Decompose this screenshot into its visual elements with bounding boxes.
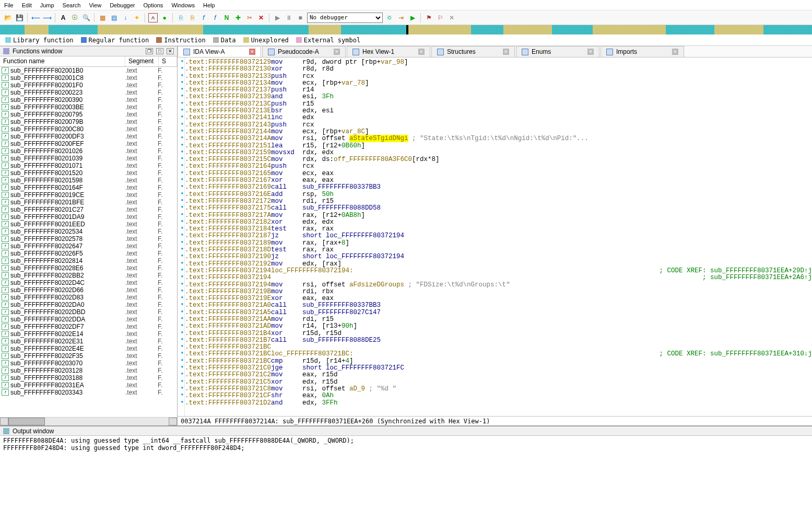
- function-row[interactable]: fsub_FFFFFFFF80202E14.textF.: [0, 330, 177, 338]
- asm-line[interactable]: ●.text:FFFFFFFF803721C5 xor edx, r15d: [178, 378, 812, 385]
- col-s[interactable]: S: [159, 56, 177, 66]
- asm-line[interactable]: ●.text:FFFFFFFF80372129 mov r9d, dword p…: [178, 59, 812, 65]
- text-icon[interactable]: A: [58, 13, 68, 22]
- function-row[interactable]: fsub_FFFFFFFF80200390.textF.: [0, 96, 177, 103]
- function-row[interactable]: fsub_FFFFFFFF80202534.textF.: [0, 228, 177, 235]
- asm-line[interactable]: ●.text:FFFFFFFF803721C8 mov rsi, offset …: [178, 385, 812, 392]
- asm-line[interactable]: ●.text:FFFFFFFF8037214A mov rsi, offset …: [178, 135, 812, 142]
- asm-line[interactable]: ●.text:FFFFFFFF80372151 lea r15, [r12+0B…: [178, 142, 812, 149]
- asm-line[interactable]: ●.text:FFFFFFFF803721BC: [178, 343, 812, 350]
- hex-icon[interactable]: A: [148, 13, 158, 22]
- function-row[interactable]: fsub_FFFFFFFF80202DDA.textF.: [0, 316, 177, 323]
- function-row[interactable]: fsub_FFFFFFFF80202DBD.textF.: [0, 308, 177, 316]
- asm-line[interactable]: ●.text:FFFFFFFF80372190 jz short loc_FFF…: [178, 253, 812, 260]
- functions-table[interactable]: Function name Segment S fsub_FFFFFFFF802…: [0, 56, 177, 417]
- col-function-name[interactable]: Function name: [0, 56, 125, 66]
- asm-line[interactable]: ●.text:FFFFFFFF80372172 mov rdi, r15: [178, 198, 812, 204]
- asm-line[interactable]: ●.text:FFFFFFFF803721BC loc_FFFFFFFF8037…: [178, 350, 812, 357]
- asm-line[interactable]: ●.text:FFFFFFFF80372175 call sub_FFFFFFF…: [178, 204, 812, 211]
- function-row[interactable]: fsub_FFFFFFFF80201026.textF.: [0, 147, 177, 155]
- function-row[interactable]: fsub_FFFFFFFF802031EA.textF.: [0, 382, 177, 389]
- asm-line[interactable]: ●.text:FFFFFFFF8037219B mov rdi, rbx: [178, 288, 812, 295]
- tool2-icon[interactable]: ⚐: [436, 13, 445, 22]
- tab-structures[interactable]: Structures✕: [431, 46, 515, 57]
- asm-line[interactable]: ●.text:FFFFFFFF8037213E bsr edx, esi: [178, 107, 812, 114]
- dbg-step-icon[interactable]: ⇥: [396, 13, 406, 22]
- function-row[interactable]: fsub_FFFFFFFF80201039.textF.: [0, 155, 177, 162]
- binary-icon[interactable]: ⦿: [70, 13, 79, 22]
- menu-edit[interactable]: Edit: [22, 2, 32, 8]
- asm-line[interactable]: ●.text:FFFFFFFF803721BC cmp r15d, [r14+4…: [178, 357, 812, 364]
- stop-icon[interactable]: ■: [296, 13, 305, 22]
- function-row[interactable]: fsub_FFFFFFFF80202647.textF.: [0, 243, 177, 250]
- asm-line[interactable]: ●.text:FFFFFFFF80372194; sub_FFFFFFFF803…: [178, 274, 812, 281]
- scroll-thumb[interactable]: [8, 418, 45, 425]
- function-row[interactable]: fsub_FFFFFFFF80201071.textF.: [0, 162, 177, 169]
- down-icon[interactable]: ↓: [121, 13, 130, 22]
- function-row[interactable]: fsub_FFFFFFFF80202BB2.textF.: [0, 272, 177, 279]
- asm-line[interactable]: ●.text:FFFFFFFF80372194 mov rsi, offset …: [178, 281, 812, 288]
- menu-options[interactable]: Options: [143, 2, 163, 8]
- asm-line[interactable]: ●.text:FFFFFFFF8037213C push r15: [178, 100, 812, 107]
- asm-line[interactable]: ●.text:FFFFFFFF803721C2 mov eax, r15d: [178, 371, 812, 378]
- asm-line[interactable]: ●.text:FFFFFFFF80372182 xor edx, edx: [178, 218, 812, 225]
- dbg-run-icon[interactable]: ▶: [408, 13, 417, 22]
- asm-line[interactable]: ●.text:FFFFFFFF80372134 mov ecx, [rbp+va…: [178, 79, 812, 86]
- menu-file[interactable]: File: [4, 2, 14, 8]
- tab-ida-view-a[interactable]: IDA View-A✕: [178, 46, 261, 57]
- graph-icon[interactable]: ▦: [98, 13, 107, 22]
- function-row[interactable]: fsub_FFFFFFFF80203188.textF.: [0, 374, 177, 382]
- pane-close-button[interactable]: ✕: [167, 48, 174, 54]
- open-icon[interactable]: 📂: [3, 13, 13, 22]
- asm-line[interactable]: ●.text:FFFFFFFF8037216E add rsp, 50h: [178, 191, 812, 198]
- menu-help[interactable]: Help: [203, 2, 215, 8]
- scroll-left-icon[interactable]: [0, 418, 8, 425]
- code-orange-icon[interactable]: ⎘: [187, 13, 197, 22]
- tab-close-icon[interactable]: ✕: [587, 49, 594, 55]
- pane-restore-button[interactable]: ❐: [146, 48, 153, 54]
- asm-line[interactable]: ●.text:FFFFFFFF80372133 push rcx: [178, 73, 812, 79]
- func-del-icon[interactable]: f: [210, 13, 220, 22]
- code-blue-icon[interactable]: ⎘: [176, 13, 185, 22]
- function-row[interactable]: fsub_FFFFFFFF802001C8.textF.: [0, 74, 177, 82]
- function-row[interactable]: fsub_FFFFFFFF80203070.textF.: [0, 360, 177, 367]
- save-icon[interactable]: 💾: [15, 13, 24, 22]
- function-row[interactable]: fsub_FFFFFFFF80202D83.textF.: [0, 294, 177, 301]
- tab-close-icon[interactable]: ✕: [249, 49, 255, 55]
- function-row[interactable]: fsub_FFFFFFFF802001F0.textF.: [0, 82, 177, 89]
- asm-line[interactable]: ●.text:FFFFFFFF80372144 mov ecx, [rbp+va…: [178, 128, 812, 135]
- tab-hex-view-1[interactable]: Hex View-1✕: [347, 46, 430, 57]
- function-row[interactable]: fsub_FFFFFFFF80202D4C.textF.: [0, 279, 177, 286]
- asm-line[interactable]: ●.text:FFFFFFFF80372184 test rax, rax: [178, 225, 812, 232]
- tool3-icon[interactable]: ✕: [447, 13, 456, 22]
- menu-jump[interactable]: Jump: [40, 2, 54, 8]
- asm-line[interactable]: ●.text:FFFFFFFF80372164 push rcx: [178, 163, 812, 169]
- star-icon[interactable]: ✦: [132, 13, 142, 22]
- function-row[interactable]: fsub_FFFFFFFF80201520.textF.: [0, 169, 177, 177]
- asm-line[interactable]: ●.text:FFFFFFFF803721A0 call sub_FFFFFFF…: [178, 302, 812, 308]
- function-row[interactable]: fsub_FFFFFFFF802026F5.textF.: [0, 250, 177, 257]
- ida-view[interactable]: ●.text:FFFFFFFF80372129 mov r9d, dword p…: [178, 57, 812, 416]
- tool1-icon[interactable]: ⚑: [424, 13, 433, 22]
- asm-line[interactable]: ●.text:FFFFFFFF8037219E xor eax, eax: [178, 295, 812, 302]
- asm-line[interactable]: ●.text:FFFFFFFF80372192 mov edx, [rax]: [178, 260, 812, 267]
- function-row[interactable]: fsub_FFFFFFFF80200223.textF.: [0, 89, 177, 96]
- tab-close-icon[interactable]: ✕: [418, 49, 425, 55]
- asm-line[interactable]: ●.text:FFFFFFFF80372189 mov rax, [rax+8]: [178, 239, 812, 246]
- function-row[interactable]: fsub_FFFFFFFF80201598.textF.: [0, 177, 177, 184]
- function-row[interactable]: fsub_FFFFFFFF802028E6.textF.: [0, 264, 177, 272]
- function-row[interactable]: fsub_FFFFFFFF802001B0.textF.: [0, 67, 177, 74]
- function-row[interactable]: fsub_FFFFFFFF802003BE.textF.: [0, 103, 177, 111]
- asm-line[interactable]: ●.text:FFFFFFFF803721B7 call sub_FFFFFFF…: [178, 337, 812, 343]
- forward-icon[interactable]: ⟶: [42, 13, 52, 22]
- functions-hscroll[interactable]: [0, 417, 177, 425]
- function-row[interactable]: fsub_FFFFFFFF80202E4E.textF.: [0, 345, 177, 352]
- asm-line[interactable]: ●.text:FFFFFFFF80372139 and esi, 3Fh: [178, 93, 812, 100]
- function-row[interactable]: fsub_FFFFFFFF80202578.textF.: [0, 235, 177, 243]
- n-green-icon[interactable]: N: [222, 13, 231, 22]
- asm-line[interactable]: ●.text:FFFFFFFF80372165 mov ecx, eax: [178, 170, 812, 177]
- asm-line[interactable]: ●.text:FFFFFFFF803721AA mov rdi, r15: [178, 316, 812, 322]
- asm-line[interactable]: ●.text:FFFFFFFF803721AD mov r14, [r13+90…: [178, 322, 812, 329]
- asm-line[interactable]: ●.text:FFFFFFFF80372137 push r14: [178, 86, 812, 93]
- play-icon[interactable]: ▶: [273, 13, 282, 22]
